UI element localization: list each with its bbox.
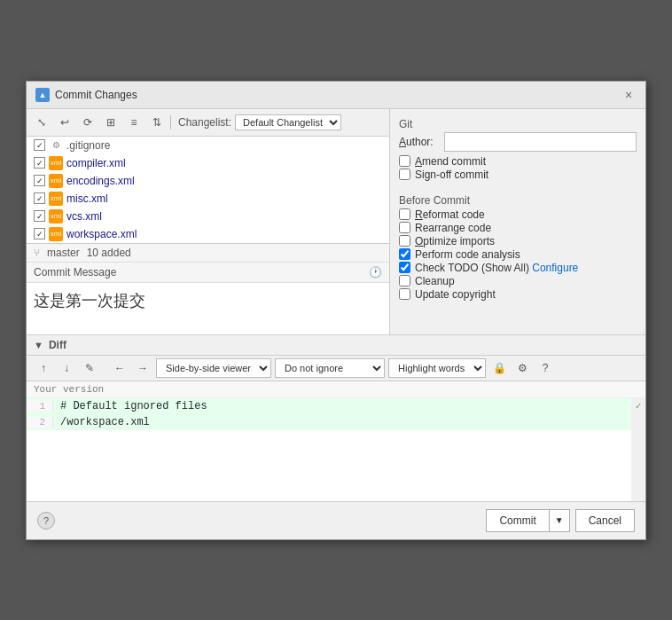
git-section-title: Git (399, 118, 637, 130)
commit-message-section: Commit Message 🕐 这是第一次提交 (27, 263, 389, 334)
git-section: Git Author: Amend commit Sign-off commit (399, 118, 637, 182)
diff-line-num-1: 1 (27, 401, 53, 412)
commit-dropdown-arrow: ▼ (555, 515, 564, 525)
signoff-commit-label[interactable]: Sign-off commit (415, 169, 488, 181)
perform-analysis-label[interactable]: Perform code analysis (415, 248, 520, 261)
check-todo-checkbox[interactable] (399, 262, 410, 273)
file-checkbox-vcs[interactable] (34, 210, 45, 222)
amend-commit-row: Amend commit (399, 155, 637, 168)
move-btn[interactable]: ⤡ (32, 113, 51, 132)
diff-your-version-label: Your version (27, 381, 645, 398)
optimize-imports-label[interactable]: Optimize imports (415, 235, 495, 247)
diff-collapse-arrow[interactable]: ▼ (34, 340, 43, 350)
changelist-select[interactable]: Default Changelist (235, 114, 341, 130)
sort-btn[interactable]: ⇅ (147, 113, 167, 132)
files-toolbar: ⤡ ↩ ⟳ ⊞ ≡ ⇅ Changelist: Default Changeli… (27, 109, 389, 137)
diff-line-content-2: /workspace.xml (53, 415, 157, 429)
rearrange-code-row: Rearrange code (399, 222, 637, 234)
diff-gutter: ✓ (631, 398, 645, 501)
file-item-workspace[interactable]: xml workspace.xml (27, 225, 389, 243)
file-name-encodings: encodings.xml (66, 175, 135, 187)
title-bar: ▲ Commit Changes × (27, 82, 645, 109)
file-name-misc: misc.xml (66, 192, 108, 205)
file-name-gitignore: .gitignore (66, 139, 110, 152)
rearrange-code-checkbox[interactable] (399, 222, 410, 233)
diff-help-btn[interactable]: ? (535, 358, 555, 378)
expand-btn[interactable]: ≡ (124, 113, 144, 132)
file-tree: ⚙ .gitignore xml compiler.xml xml encodi… (27, 137, 389, 244)
diff-empty-space (27, 430, 645, 501)
toolbar-separator (170, 115, 171, 129)
diff-highlight-select[interactable]: Highlight words Highlight lines No highl… (388, 358, 486, 378)
diff-viewer-select[interactable]: Side-by-side viewer Unified viewer (156, 358, 271, 378)
commit-message-label: Commit Message (34, 266, 116, 279)
file-icon-encodings: xml (49, 174, 63, 188)
file-checkbox-misc[interactable] (34, 192, 45, 204)
configure-link[interactable]: Configure (532, 262, 578, 274)
update-copyright-checkbox[interactable] (399, 288, 410, 300)
amend-commit-label[interactable]: Amend commit (415, 155, 486, 168)
cleanup-label[interactable]: Cleanup (415, 275, 455, 287)
check-todo-row: Check TODO (Show All) Configure (399, 262, 637, 274)
update-copyright-label[interactable]: Update copyright (415, 288, 496, 301)
footer-right: Commit ▼ Cancel (486, 509, 635, 532)
commit-message-clock-icon: 🕐 (369, 266, 382, 279)
file-icon-compiler: xml (49, 156, 63, 170)
group-btn[interactable]: ⊞ (101, 113, 121, 132)
cancel-button[interactable]: Cancel (575, 509, 635, 532)
changelist-label: Changelist: (178, 116, 231, 129)
file-checkbox-compiler[interactable] (34, 157, 45, 169)
undo-btn[interactable]: ↩ (55, 113, 74, 132)
diff-settings-btn[interactable]: ⚙ (512, 358, 532, 378)
left-panel: ⤡ ↩ ⟳ ⊞ ≡ ⇅ Changelist: Default Changeli… (27, 109, 390, 334)
right-panel: Git Author: Amend commit Sign-off commit… (390, 109, 645, 334)
file-checkbox-workspace[interactable] (34, 228, 45, 239)
close-button[interactable]: × (621, 87, 637, 103)
branch-name: master (47, 247, 80, 259)
file-item-compiler[interactable]: xml compiler.xml (27, 154, 389, 172)
dialog-title: Commit Changes (55, 89, 137, 101)
help-button[interactable]: ? (37, 512, 55, 530)
file-checkbox-encodings[interactable] (34, 175, 45, 186)
optimize-imports-row: Optimize imports (399, 235, 637, 247)
diff-ignore-select[interactable]: Do not ignore Ignore whitespace (275, 358, 385, 378)
file-item-encodings[interactable]: xml encodings.xml (27, 172, 389, 190)
diff-line-content-1: # Default ignored files (53, 399, 215, 413)
signoff-commit-row: Sign-off commit (399, 169, 637, 181)
commit-button[interactable]: Commit (486, 509, 548, 532)
commit-message-input[interactable]: 这是第一次提交 (27, 283, 389, 334)
commit-message-header: Commit Message 🕐 (27, 263, 389, 283)
reformat-code-label[interactable]: Reformat code (415, 208, 485, 221)
reformat-code-checkbox[interactable] (399, 208, 410, 220)
diff-edit-btn[interactable]: ✎ (80, 358, 99, 378)
diff-lock-btn[interactable]: 🔒 (489, 358, 509, 378)
added-count: 10 added (87, 247, 131, 259)
diff-fwd-btn[interactable]: → (133, 358, 152, 378)
perform-analysis-checkbox[interactable] (399, 248, 410, 260)
file-item-vcs[interactable]: xml vcs.xml (27, 208, 389, 225)
before-commit-section: Before Commit Reformat code Rearrange co… (399, 194, 637, 302)
diff-back-btn[interactable]: ← (110, 358, 129, 378)
title-bar-left: ▲ Commit Changes (35, 88, 137, 102)
before-commit-title: Before Commit (399, 194, 637, 207)
file-checkbox-gitignore[interactable] (34, 139, 45, 151)
author-input[interactable] (444, 132, 637, 152)
app-icon: ▲ (35, 88, 50, 102)
branch-icon: ⑂ (34, 247, 40, 259)
diff-up-btn[interactable]: ↑ (34, 358, 53, 378)
commit-dialog: ▲ Commit Changes × ⤡ ↩ ⟳ ⊞ ≡ ⇅ Changelis… (26, 81, 646, 540)
commit-dropdown-button[interactable]: ▼ (549, 509, 570, 532)
file-icon-workspace: xml (49, 227, 63, 241)
file-item-gitignore[interactable]: ⚙ .gitignore (27, 137, 389, 154)
file-icon-vcs: xml (49, 209, 63, 224)
signoff-commit-checkbox[interactable] (399, 169, 410, 180)
rearrange-code-label[interactable]: Rearrange code (415, 222, 491, 234)
refresh-btn[interactable]: ⟳ (78, 113, 98, 132)
footer-left: ? (37, 512, 55, 530)
cleanup-checkbox[interactable] (399, 275, 410, 286)
file-item-misc[interactable]: xml misc.xml (27, 190, 389, 208)
optimize-imports-checkbox[interactable] (399, 235, 410, 247)
diff-down-btn[interactable]: ↓ (57, 358, 76, 378)
check-todo-label[interactable]: Check TODO (Show All) Configure (415, 262, 578, 274)
amend-commit-checkbox[interactable] (399, 155, 410, 167)
